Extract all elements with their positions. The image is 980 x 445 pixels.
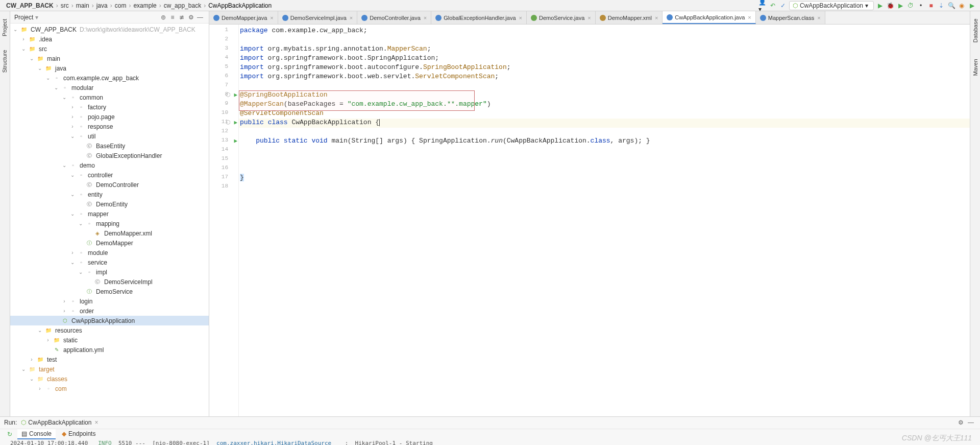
tree-row-modular[interactable]: ⌄▫modular: [10, 83, 209, 92]
gear-icon[interactable]: ⚙: [956, 419, 966, 426]
tree-row-pojo-page[interactable]: ›▫pojo.page: [10, 112, 209, 122]
tree-row-response[interactable]: ›▫response: [10, 122, 209, 131]
stop-icon[interactable]: ■: [927, 2, 935, 10]
tree-row-module[interactable]: ›▫module: [10, 248, 209, 257]
tree-row-democontroller[interactable]: ⒸDemoController: [10, 180, 209, 190]
coverage-icon[interactable]: ▶: [896, 2, 904, 10]
tree-row-java[interactable]: ⌄📁java: [10, 63, 209, 73]
locate-icon[interactable]: ⊚: [159, 13, 168, 22]
tree-row-util[interactable]: ⌄▫util: [10, 131, 209, 141]
chevron-down-icon[interactable]: ⌄: [37, 65, 43, 71]
tool-project[interactable]: Project: [2, 19, 8, 36]
tree-row-com[interactable]: ›▫com: [10, 384, 209, 393]
chevron-right-icon[interactable]: ›: [20, 36, 27, 42]
tree-row-mapper[interactable]: ⌄▫mapper: [10, 209, 209, 219]
chevron-right-icon[interactable]: ›: [37, 386, 43, 391]
chevron-down-icon[interactable]: ⌄: [61, 162, 67, 168]
close-tab-icon[interactable]: ×: [518, 15, 522, 21]
rerun-icon[interactable]: ↻: [7, 431, 12, 438]
crumb-4[interactable]: com: [113, 2, 129, 9]
close-tab-icon[interactable]: ×: [654, 15, 658, 21]
tree-row-target[interactable]: ⌄📁target: [10, 364, 209, 374]
tree-row-com-example-cw-app-back[interactable]: ⌄▫com.example.cw_app_back: [10, 73, 209, 83]
tree-row-main[interactable]: ⌄📁main: [10, 54, 209, 63]
editor-tab-globalexceptionhandler-java[interactable]: GlobalExceptionHandler.java×: [431, 11, 527, 24]
chevron-down-icon[interactable]: ⌄: [69, 133, 76, 139]
chevron-down-icon[interactable]: ⌄: [53, 85, 59, 90]
last-play-icon[interactable]: ▶: [968, 2, 976, 10]
editor-tab-democontroller-java[interactable]: DemoController.java×: [357, 11, 431, 24]
dot-icon[interactable]: •: [917, 2, 925, 10]
chevron-right-icon[interactable]: ›: [45, 337, 51, 343]
crumb-0[interactable]: CW_APP_BACK: [4, 2, 56, 9]
user-icon[interactable]: 👤▾: [758, 2, 767, 10]
run-main-icon[interactable]: ▶: [234, 137, 237, 144]
tree-row-demomapper[interactable]: ⒾDemoMapper: [10, 238, 209, 248]
tree-row-demoservice[interactable]: ⒾDemoService: [10, 287, 209, 296]
chevron-right-icon[interactable]: ›: [61, 308, 67, 314]
tree-row-entity[interactable]: ⌄▫entity: [10, 190, 209, 199]
hide-icon[interactable]: —: [966, 419, 976, 426]
tree-row-demomapper-xml[interactable]: ◈DemoMapper.xml: [10, 228, 209, 238]
chevron-right-icon[interactable]: ›: [29, 357, 35, 362]
run-icon[interactable]: ▶: [876, 2, 884, 10]
tool-database[interactable]: Database: [972, 18, 978, 42]
chevron-down-icon[interactable]: ⌄: [69, 260, 76, 265]
chevron-down-icon[interactable]: ⌄: [69, 192, 76, 197]
chevron-down-icon[interactable]: ⌄: [20, 366, 27, 372]
tree-row-factory[interactable]: ›▫factory: [10, 102, 209, 112]
tree-row-service[interactable]: ⌄▫service: [10, 257, 209, 267]
tree-row-classes[interactable]: ⌄📁classes: [10, 374, 209, 384]
editor-tab-mapperscan-class[interactable]: MapperScan.class×: [756, 11, 825, 24]
chevron-down-icon[interactable]: ⌄: [69, 211, 76, 217]
back-icon[interactable]: ↶: [769, 2, 777, 10]
tree-row-demoentity[interactable]: ⒸDemoEntity: [10, 199, 209, 209]
console-output[interactable]: 2024-01-10 17:00:18.440 INFO 5510 --- [n…: [0, 440, 980, 445]
tree-row-resources[interactable]: ⌄📁resources: [10, 325, 209, 335]
tree-row-baseentity[interactable]: ⒸBaseEntity: [10, 141, 209, 151]
crumb-6[interactable]: cw_app_back: [162, 2, 203, 9]
tree-row-login[interactable]: ›▫login: [10, 296, 209, 306]
chevron-right-icon[interactable]: ›: [69, 114, 76, 120]
crumb-2[interactable]: main: [74, 2, 91, 9]
close-icon[interactable]: ×: [91, 419, 98, 426]
chevron-right-icon[interactable]: ›: [69, 104, 76, 110]
crumb-7[interactable]: CwAppBackApplication: [206, 2, 274, 9]
tree-row-demoserviceimpl[interactable]: ⒸDemoServiceImpl: [10, 277, 209, 287]
editor-tab-demoservice-java[interactable]: DemoService.java×: [527, 11, 596, 24]
chevron-down-icon[interactable]: ⌄: [61, 95, 67, 100]
collapse-icon[interactable]: ≢: [177, 13, 186, 22]
tree-row-globalexceptionhandler[interactable]: ⒸGlobalExceptionHandler: [10, 151, 209, 160]
profile-icon[interactable]: ⏱: [906, 2, 915, 10]
editor-tab-demomapper-xml[interactable]: DemoMapper.xml×: [596, 11, 663, 24]
chevron-down-icon[interactable]: ⌄: [78, 221, 84, 226]
close-tab-icon[interactable]: ×: [269, 15, 273, 21]
hide-icon[interactable]: —: [195, 13, 205, 22]
close-tab-icon[interactable]: ×: [816, 15, 820, 21]
chevron-down-icon[interactable]: ⌄: [78, 269, 84, 275]
run-class-icon[interactable]: ⬡ ▶: [226, 91, 237, 98]
chevron-down-icon[interactable]: ⌄: [12, 27, 18, 32]
project-tree[interactable]: ⌄📁CW_APP_BACKD:\work\gitwork\ideawork\CW…: [10, 24, 209, 416]
run-config-selector[interactable]: ⬡ CwAppBackApplication ▾: [789, 1, 874, 10]
crumb-1[interactable]: src: [59, 2, 71, 9]
tree-row-mapping[interactable]: ⌄▫mapping: [10, 219, 209, 228]
tree-row-order[interactable]: ›▫order: [10, 306, 209, 316]
editor-tab-demomapper-java[interactable]: DemoMapper.java×: [209, 11, 278, 24]
tree-row-cw-app-back[interactable]: ⌄📁CW_APP_BACKD:\work\gitwork\ideawork\CW…: [10, 25, 209, 34]
tree-row-common[interactable]: ⌄▫common: [10, 92, 209, 102]
crumb-3[interactable]: java: [94, 2, 110, 9]
crumb-5[interactable]: example: [131, 2, 158, 9]
chevron-right-icon[interactable]: ›: [61, 298, 67, 304]
close-tab-icon[interactable]: ×: [349, 15, 353, 21]
tab-console[interactable]: ▤ Console: [17, 429, 56, 439]
close-tab-icon[interactable]: ×: [747, 14, 751, 20]
refresh-icon[interactable]: ◉: [958, 2, 966, 10]
tree-row-static[interactable]: ›📁static: [10, 335, 209, 345]
debug-icon[interactable]: 🐞: [886, 2, 894, 10]
tree-row--idea[interactable]: ›📁.idea: [10, 34, 209, 44]
editor-tab-demoserviceimpl-java[interactable]: DemoServiceImpl.java×: [278, 11, 357, 24]
chevron-down-icon[interactable]: ⌄: [29, 56, 35, 61]
run-class-icon[interactable]: ⬡ ▶: [226, 119, 237, 126]
tree-row-demo[interactable]: ⌄▫demo: [10, 160, 209, 170]
